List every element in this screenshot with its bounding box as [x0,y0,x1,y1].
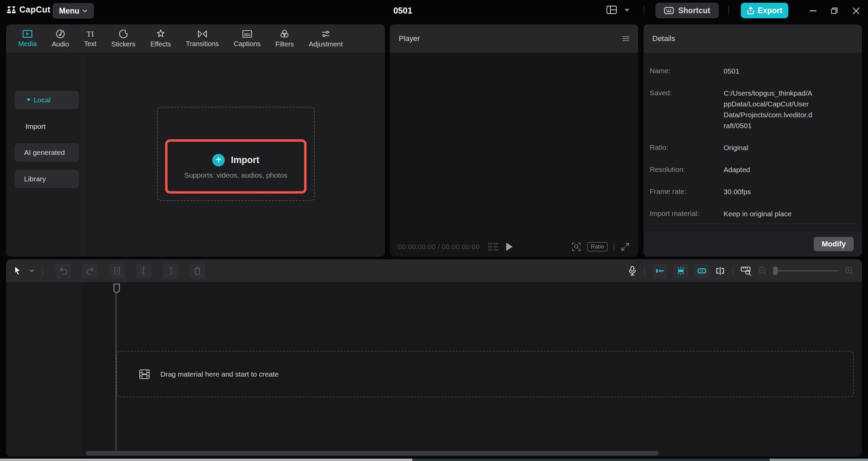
play-button[interactable] [506,243,513,251]
timeline-horizontal-scrollbar[interactable] [86,451,659,456]
tab-effects-label: Effects [150,40,171,48]
details-panel: Details Name: 0501 Saved: C:/Users/topgu… [644,24,862,257]
delete-button[interactable] [190,263,205,279]
minimize-button[interactable] [807,5,819,17]
tab-media-label: Media [18,40,37,48]
tab-stickers-label: Stickers [111,40,135,48]
import-highlight-box[interactable]: + Import Supports: videos, audios, photo… [165,139,307,194]
timeline-toolbar [6,259,862,282]
row-label: Resolution: [650,164,724,175]
cursor-tool-chevron-icon[interactable] [29,269,34,272]
timecode: 00:00:00:00 / 00:00:00:00 [398,243,480,251]
undo-button[interactable] [56,263,71,279]
details-row-framerate: Frame rate: 30.00fps [650,186,854,197]
details-row-resolution: Resolution: Adapted [650,164,854,175]
timeline-drop-hint: Drag material here and start to create [160,370,279,378]
tab-captions[interactable]: Captions [234,29,260,48]
tab-stickers[interactable]: Stickers [111,29,135,48]
zoom-out-button[interactable] [757,266,768,276]
tab-text[interactable]: TI Text [84,29,97,48]
sidebar-item-library[interactable]: Library [15,170,79,188]
restore-button[interactable] [828,5,841,17]
film-strip-icon [139,369,150,380]
row-label: Import material: [650,208,724,219]
details-row-ratio: Ratio: Original [650,142,854,153]
import-supports-text: Supports: videos, audios, photos [184,171,288,179]
effects-star-icon [156,29,165,39]
toolbar-divider [732,266,733,276]
details-header: Details [644,24,862,53]
tab-transitions-label: Transitions [186,40,219,48]
fullscreen-icon[interactable] [620,242,630,252]
tab-media[interactable]: Media [18,29,37,48]
export-button[interactable]: Export [741,3,788,18]
sidebar-item-ai-generated[interactable]: AI generated [15,143,79,162]
keyboard-icon [664,6,674,15]
captions-icon [242,29,252,38]
shortcut-button-label: Shortcut [678,6,710,15]
row-value: Keep in original place [724,208,814,219]
tab-effects[interactable]: Effects [150,29,171,48]
modify-button[interactable]: Modify [814,237,854,251]
tab-filters-label: Filters [275,40,294,48]
preview-axis-toggle[interactable] [673,263,688,278]
import-action[interactable]: + Import [212,154,259,166]
player-right-controls: Ratio [572,242,630,252]
caret-down-icon [26,99,31,101]
record-voiceover-icon[interactable] [628,266,637,276]
import-dropzone[interactable]: + Import Supports: videos, audios, photo… [157,107,315,201]
redo-button[interactable] [82,263,98,279]
transitions-icon [197,29,208,38]
chevron-down-icon [82,9,87,13]
preview-scale-icon[interactable] [572,242,581,252]
tab-audio[interactable]: Audio [52,29,69,48]
project-title: 0501 [376,0,430,21]
workspace-layout-button[interactable] [606,5,617,15]
details-row-import-material: Import material: Keep in original place [650,208,854,219]
timeline-body[interactable]: Drag material here and start to create [6,282,862,457]
tab-transitions[interactable]: Transitions [186,29,219,48]
split-button[interactable] [109,263,125,279]
sidebar-item-local[interactable]: Local [15,91,79,109]
titlebar-divider [728,6,729,15]
taskbar-edge [0,459,868,461]
tab-filters[interactable]: Filters [275,29,294,48]
zoom-in-button[interactable] [844,266,854,276]
menu-button[interactable]: Menu [53,3,94,19]
taskbar-segment-light [0,459,412,461]
frame-grid-icon[interactable] [487,242,499,252]
playhead-handle[interactable] [113,283,120,294]
link-materials-toggle[interactable] [694,263,709,278]
sidebar-ai-label: AI generated [24,148,65,157]
shortcut-button[interactable]: Shortcut [655,3,719,18]
row-value: 0501 [724,66,814,77]
capcut-logo: CapCut [7,5,51,15]
row-value: C:/Users/topgus_thinkpad/AppData/Local/C… [724,88,814,131]
player-header: Player [390,24,638,53]
split-preview-icon[interactable] [715,266,725,275]
tab-adjustment[interactable]: Adjustment [309,29,343,48]
track-header-gutter [6,282,82,457]
taskbar-segment-dark [412,459,770,461]
plus-icon: + [212,154,225,166]
adjustment-icon [321,29,331,39]
sidebar-item-import[interactable]: Import [25,122,46,131]
layout-caret-icon[interactable] [625,9,629,12]
toolbar-divider [644,266,645,276]
delete-left-button[interactable] [136,263,152,279]
player-panel: Player 00:00:00:00 / 00:00:00:00 Ratio [390,24,638,257]
details-rows: Name: 0501 Saved: C:/Users/topgus_thinkp… [644,53,862,219]
player-menu-icon[interactable] [623,35,629,42]
cursor-tool-icon[interactable] [14,266,22,276]
zoom-slider-thumb[interactable] [773,266,778,275]
timeline-zoom-slider[interactable] [774,270,838,272]
timeline-dropzone[interactable]: Drag material here and start to create [116,351,854,397]
media-content: + Import Supports: videos, audios, photo… [88,53,385,257]
close-button[interactable] [850,5,862,17]
ratio-button[interactable]: Ratio [587,242,608,252]
current-time: 00:00:00:00 [398,243,436,250]
auto-snap-toggle[interactable] [652,263,667,278]
timeline-scale-icon[interactable] [741,266,751,276]
delete-right-button[interactable] [163,263,178,279]
playhead-line[interactable] [116,292,116,451]
